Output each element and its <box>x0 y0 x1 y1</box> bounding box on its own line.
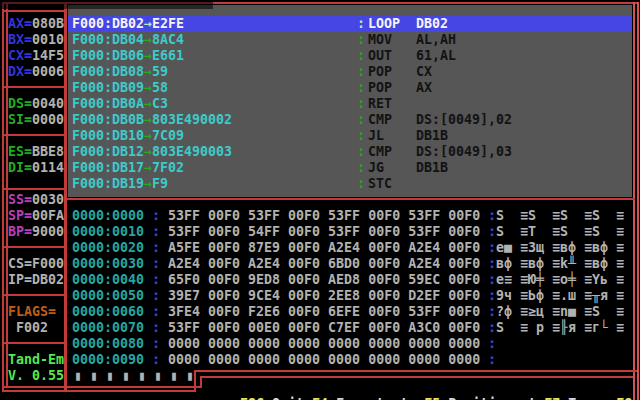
disasm-row: F000:DB0B→803E490002:CMP DS:[0049],02 <box>0 112 640 128</box>
arrow-icon: → <box>144 96 152 112</box>
debugger-screen: AX=080B BX=0010 CX=14F5 DX=0006 DS=0040 … <box>0 0 640 400</box>
panel-divider <box>64 198 635 200</box>
disasm-row: F000:DB08→59:POP CX <box>0 64 640 80</box>
statusbar-border-left-outer <box>194 370 196 392</box>
arrow-icon: → <box>144 16 152 32</box>
statusbar-key-f5[interactable]: F5-Position at <box>424 396 536 400</box>
memory-row: 0000:0070:53FF 00F0 00E0 00F0 C7EF 00F0 … <box>0 320 640 336</box>
memory-row: 0000:0000:53FF 00F0 53FF 00F0 53FF 00F0 … <box>0 208 640 224</box>
app-version: V. 0.55 <box>8 368 64 384</box>
top-shade-overlay <box>0 0 213 9</box>
register-ss: SS=0030 <box>8 192 64 208</box>
arrow-icon: → <box>144 80 152 96</box>
disasm-row-current: F000:DB02→E2FE:LOOP DB02 <box>0 16 640 32</box>
statusbar-key-f7[interactable]: F7-Trace <box>544 396 608 400</box>
statusbar-key-f4[interactable]: F4-Execute to <box>312 396 416 400</box>
memory-row: 0000:0030:A2E4 00F0 A2E4 00F0 6BD0 00F0 … <box>0 256 640 272</box>
memory-row: 0000:0080:0000 0000 0000 0000 0000 0000 … <box>0 336 640 352</box>
disasm-row: F000:DB10→7C09:JL DB1B <box>0 128 640 144</box>
arrow-icon: → <box>144 32 152 48</box>
arrow-icon: → <box>144 64 152 80</box>
disasm-row: F000:DB06→E661:OUT 61,AL <box>0 48 640 64</box>
disasm-row: F000:DB0A→C3:RET <box>0 96 640 112</box>
arrow-icon: → <box>144 128 152 144</box>
disasm-row: F000:DB04→8AC4:MOV AL,AH <box>0 32 640 48</box>
disasm-row: F000:DB09→58:POP AX <box>0 80 640 96</box>
arrow-icon: → <box>144 144 152 160</box>
statusbar-key-esc[interactable]: ESC-Quit <box>240 396 304 400</box>
memory-row: 0000:0090:0000 0000 0000 0000 0000 0000 … <box>0 352 640 368</box>
statusbar-border-top-outer <box>194 370 637 372</box>
arrow-icon: → <box>144 48 152 64</box>
arrow-icon: → <box>144 160 152 176</box>
memory-row: 0000:0050:39E7 00F0 9CE4 00F0 2EE8 00F0 … <box>0 288 640 304</box>
arrow-icon: → <box>144 176 152 192</box>
memory-block-markers: ▮ ▮ ▮ ▮ ▮ ▮ ▮ ▮ <box>74 368 194 384</box>
register-panel-top <box>2 10 64 12</box>
memory-row: 0000:0010:53FF 00F0 54FF 00F0 53FF 00F0 … <box>0 224 640 240</box>
disasm-row: F000:DB19→F9:STC <box>0 176 640 192</box>
statusbar-key-f8[interactable]: F8-Step <box>616 396 640 400</box>
arrow-icon: → <box>144 112 152 128</box>
bottom-border-outer <box>2 390 196 392</box>
memory-row: 0000:0040:65F0 00F0 9ED8 00F0 AED8 00F0 … <box>0 272 640 288</box>
bottom-border-inner <box>2 386 202 388</box>
memory-row: 0000:0020:A5FE 00F0 87E9 00F0 A2E4 00F0 … <box>0 240 640 256</box>
statusbar-border-top-inner <box>200 376 633 378</box>
status-bar: ESC-QuitF4-Execute toF5-Position atF7-Tr… <box>208 380 640 400</box>
disasm-row: F000:DB12→803E490003:CMP DS:[0049],03 <box>0 144 640 160</box>
memory-row: 0000:0060:3FE4 00F0 F2E6 00F0 6EFE 00F0 … <box>0 304 640 320</box>
disasm-row: F000:DB17→7F02:JG DB1B <box>0 160 640 176</box>
